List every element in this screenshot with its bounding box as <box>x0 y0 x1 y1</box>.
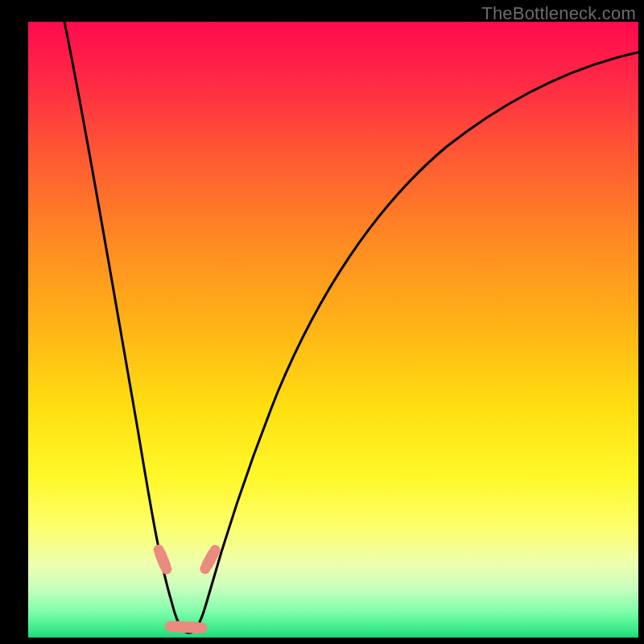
curve-layer <box>28 22 638 638</box>
plot-area <box>28 22 638 638</box>
range-marker-bottom <box>164 621 208 634</box>
range-marker-left-top <box>151 543 174 576</box>
bottleneck-curve <box>64 22 638 633</box>
watermark-text: TheBottleneck.com <box>481 3 636 24</box>
chart-frame: TheBottleneck.com <box>0 0 644 644</box>
